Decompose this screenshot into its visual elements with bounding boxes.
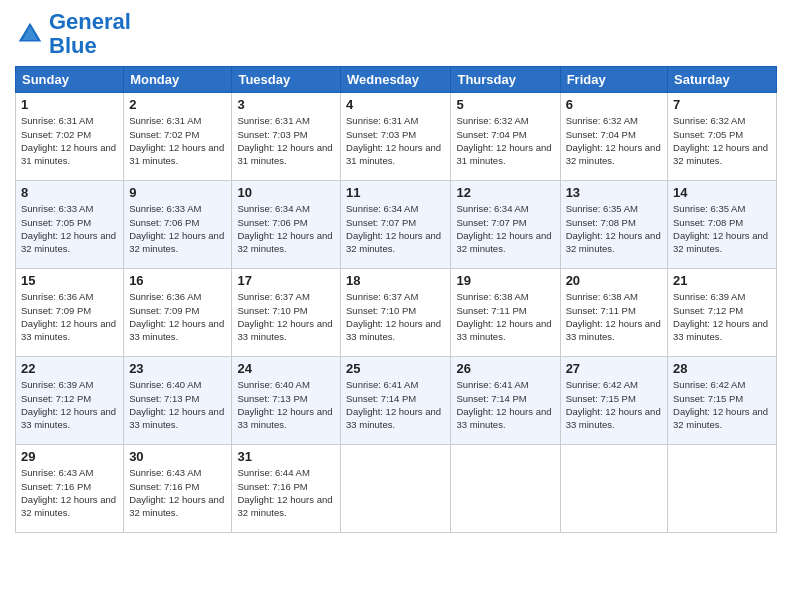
day-info: Sunrise: 6:33 AMSunset: 7:06 PMDaylight:… <box>129 203 224 254</box>
logo-blue: Blue <box>49 33 97 58</box>
day-number: 3 <box>237 97 335 112</box>
calendar-cell: 15 Sunrise: 6:36 AMSunset: 7:09 PMDaylig… <box>16 269 124 357</box>
day-number: 4 <box>346 97 445 112</box>
calendar-cell: 7 Sunrise: 6:32 AMSunset: 7:05 PMDayligh… <box>668 93 777 181</box>
day-number: 22 <box>21 361 118 376</box>
calendar-week-2: 8 Sunrise: 6:33 AMSunset: 7:05 PMDayligh… <box>16 181 777 269</box>
calendar-cell <box>341 445 451 533</box>
day-number: 27 <box>566 361 662 376</box>
day-number: 6 <box>566 97 662 112</box>
day-info: Sunrise: 6:36 AMSunset: 7:09 PMDaylight:… <box>21 291 116 342</box>
calendar-header-friday: Friday <box>560 67 667 93</box>
day-info: Sunrise: 6:32 AMSunset: 7:05 PMDaylight:… <box>673 115 768 166</box>
calendar-cell: 11 Sunrise: 6:34 AMSunset: 7:07 PMDaylig… <box>341 181 451 269</box>
calendar-cell: 26 Sunrise: 6:41 AMSunset: 7:14 PMDaylig… <box>451 357 560 445</box>
day-number: 11 <box>346 185 445 200</box>
calendar-cell: 3 Sunrise: 6:31 AMSunset: 7:03 PMDayligh… <box>232 93 341 181</box>
calendar-cell: 2 Sunrise: 6:31 AMSunset: 7:02 PMDayligh… <box>124 93 232 181</box>
day-info: Sunrise: 6:38 AMSunset: 7:11 PMDaylight:… <box>456 291 551 342</box>
calendar-cell: 29 Sunrise: 6:43 AMSunset: 7:16 PMDaylig… <box>16 445 124 533</box>
day-info: Sunrise: 6:34 AMSunset: 7:07 PMDaylight:… <box>346 203 441 254</box>
day-number: 1 <box>21 97 118 112</box>
calendar-body: 1 Sunrise: 6:31 AMSunset: 7:02 PMDayligh… <box>16 93 777 533</box>
calendar-cell: 20 Sunrise: 6:38 AMSunset: 7:11 PMDaylig… <box>560 269 667 357</box>
day-number: 5 <box>456 97 554 112</box>
day-number: 23 <box>129 361 226 376</box>
calendar-header-saturday: Saturday <box>668 67 777 93</box>
calendar-cell: 14 Sunrise: 6:35 AMSunset: 7:08 PMDaylig… <box>668 181 777 269</box>
day-info: Sunrise: 6:44 AMSunset: 7:16 PMDaylight:… <box>237 467 332 518</box>
calendar-header-monday: Monday <box>124 67 232 93</box>
day-number: 29 <box>21 449 118 464</box>
calendar-cell: 1 Sunrise: 6:31 AMSunset: 7:02 PMDayligh… <box>16 93 124 181</box>
calendar-header-tuesday: Tuesday <box>232 67 341 93</box>
calendar-cell <box>451 445 560 533</box>
day-number: 16 <box>129 273 226 288</box>
day-info: Sunrise: 6:31 AMSunset: 7:03 PMDaylight:… <box>237 115 332 166</box>
day-number: 19 <box>456 273 554 288</box>
calendar-header-thursday: Thursday <box>451 67 560 93</box>
day-number: 14 <box>673 185 771 200</box>
calendar-cell: 8 Sunrise: 6:33 AMSunset: 7:05 PMDayligh… <box>16 181 124 269</box>
day-number: 17 <box>237 273 335 288</box>
day-info: Sunrise: 6:41 AMSunset: 7:14 PMDaylight:… <box>456 379 551 430</box>
day-number: 21 <box>673 273 771 288</box>
day-number: 9 <box>129 185 226 200</box>
day-info: Sunrise: 6:33 AMSunset: 7:05 PMDaylight:… <box>21 203 116 254</box>
day-info: Sunrise: 6:35 AMSunset: 7:08 PMDaylight:… <box>566 203 661 254</box>
day-number: 24 <box>237 361 335 376</box>
day-info: Sunrise: 6:39 AMSunset: 7:12 PMDaylight:… <box>21 379 116 430</box>
day-info: Sunrise: 6:43 AMSunset: 7:16 PMDaylight:… <box>21 467 116 518</box>
calendar-header-sunday: Sunday <box>16 67 124 93</box>
day-number: 20 <box>566 273 662 288</box>
day-info: Sunrise: 6:43 AMSunset: 7:16 PMDaylight:… <box>129 467 224 518</box>
calendar-week-4: 22 Sunrise: 6:39 AMSunset: 7:12 PMDaylig… <box>16 357 777 445</box>
calendar-cell: 28 Sunrise: 6:42 AMSunset: 7:15 PMDaylig… <box>668 357 777 445</box>
day-info: Sunrise: 6:37 AMSunset: 7:10 PMDaylight:… <box>346 291 441 342</box>
calendar-cell <box>668 445 777 533</box>
calendar-cell: 31 Sunrise: 6:44 AMSunset: 7:16 PMDaylig… <box>232 445 341 533</box>
day-number: 28 <box>673 361 771 376</box>
logo: General Blue <box>15 10 131 58</box>
day-info: Sunrise: 6:37 AMSunset: 7:10 PMDaylight:… <box>237 291 332 342</box>
calendar-cell: 12 Sunrise: 6:34 AMSunset: 7:07 PMDaylig… <box>451 181 560 269</box>
day-info: Sunrise: 6:34 AMSunset: 7:07 PMDaylight:… <box>456 203 551 254</box>
day-info: Sunrise: 6:32 AMSunset: 7:04 PMDaylight:… <box>566 115 661 166</box>
calendar-cell: 4 Sunrise: 6:31 AMSunset: 7:03 PMDayligh… <box>341 93 451 181</box>
calendar-cell: 9 Sunrise: 6:33 AMSunset: 7:06 PMDayligh… <box>124 181 232 269</box>
day-number: 13 <box>566 185 662 200</box>
calendar-cell: 25 Sunrise: 6:41 AMSunset: 7:14 PMDaylig… <box>341 357 451 445</box>
calendar-cell: 30 Sunrise: 6:43 AMSunset: 7:16 PMDaylig… <box>124 445 232 533</box>
calendar-cell: 21 Sunrise: 6:39 AMSunset: 7:12 PMDaylig… <box>668 269 777 357</box>
calendar-cell: 18 Sunrise: 6:37 AMSunset: 7:10 PMDaylig… <box>341 269 451 357</box>
day-number: 31 <box>237 449 335 464</box>
calendar-cell: 16 Sunrise: 6:36 AMSunset: 7:09 PMDaylig… <box>124 269 232 357</box>
day-number: 18 <box>346 273 445 288</box>
calendar-table: SundayMondayTuesdayWednesdayThursdayFrid… <box>15 66 777 533</box>
day-info: Sunrise: 6:41 AMSunset: 7:14 PMDaylight:… <box>346 379 441 430</box>
day-info: Sunrise: 6:42 AMSunset: 7:15 PMDaylight:… <box>673 379 768 430</box>
logo-text: General Blue <box>49 10 131 58</box>
calendar-cell: 24 Sunrise: 6:40 AMSunset: 7:13 PMDaylig… <box>232 357 341 445</box>
calendar-cell: 19 Sunrise: 6:38 AMSunset: 7:11 PMDaylig… <box>451 269 560 357</box>
day-number: 15 <box>21 273 118 288</box>
page-header: General Blue <box>15 10 777 58</box>
calendar-week-3: 15 Sunrise: 6:36 AMSunset: 7:09 PMDaylig… <box>16 269 777 357</box>
day-info: Sunrise: 6:42 AMSunset: 7:15 PMDaylight:… <box>566 379 661 430</box>
calendar-week-1: 1 Sunrise: 6:31 AMSunset: 7:02 PMDayligh… <box>16 93 777 181</box>
day-info: Sunrise: 6:35 AMSunset: 7:08 PMDaylight:… <box>673 203 768 254</box>
day-number: 7 <box>673 97 771 112</box>
day-number: 8 <box>21 185 118 200</box>
logo-icon <box>15 19 45 49</box>
day-info: Sunrise: 6:40 AMSunset: 7:13 PMDaylight:… <box>237 379 332 430</box>
calendar-cell: 10 Sunrise: 6:34 AMSunset: 7:06 PMDaylig… <box>232 181 341 269</box>
calendar-cell: 22 Sunrise: 6:39 AMSunset: 7:12 PMDaylig… <box>16 357 124 445</box>
day-number: 2 <box>129 97 226 112</box>
calendar-cell: 6 Sunrise: 6:32 AMSunset: 7:04 PMDayligh… <box>560 93 667 181</box>
day-number: 12 <box>456 185 554 200</box>
day-info: Sunrise: 6:31 AMSunset: 7:02 PMDaylight:… <box>21 115 116 166</box>
calendar-cell: 5 Sunrise: 6:32 AMSunset: 7:04 PMDayligh… <box>451 93 560 181</box>
page-container: General Blue SundayMondayTuesdayWednesda… <box>0 0 792 543</box>
day-info: Sunrise: 6:31 AMSunset: 7:03 PMDaylight:… <box>346 115 441 166</box>
calendar-cell: 13 Sunrise: 6:35 AMSunset: 7:08 PMDaylig… <box>560 181 667 269</box>
